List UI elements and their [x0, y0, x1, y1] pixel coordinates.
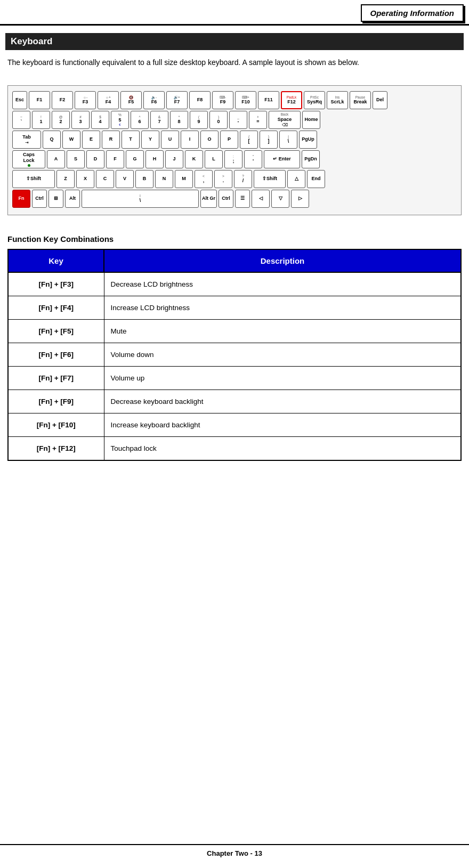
- fn-key-cell: [Fn] + [F5]: [8, 319, 104, 343]
- col-desc-header: Description: [104, 249, 461, 272]
- key-left: ◁: [252, 190, 270, 208]
- key-lshift: ⇧Shift: [12, 170, 55, 188]
- key-4: $4: [91, 111, 109, 129]
- key-esc: Esc: [12, 91, 27, 109]
- table-row: [Fn] + [F5]Mute: [8, 319, 461, 343]
- table-row: [Fn] + [F10]Increase keyboard backlight: [8, 413, 461, 436]
- key-slash: ?/: [234, 170, 252, 188]
- table-row: [Fn] + [F3]Decrease LCD brightness: [8, 272, 461, 296]
- table-row: [Fn] + [F6]Volume down: [8, 343, 461, 366]
- key-p: P: [220, 131, 238, 149]
- key-home: Home: [302, 111, 320, 129]
- fn-key-cell: [Fn] + [F10]: [8, 413, 104, 436]
- key-rshift: ⇧Shift: [254, 170, 286, 188]
- key-g: G: [126, 150, 144, 168]
- key-prtsc: PrtScSysRq: [304, 91, 325, 109]
- key-i: I: [181, 131, 199, 149]
- kb-row-6: Fn Ctrl ⊞ Alt I\ Alt Gr Ctrl ☰ ◁ ▽ ▷: [12, 190, 457, 208]
- fn-key-cell: [Fn] + [F3]: [8, 272, 104, 296]
- header: Operating Information: [0, 0, 469, 26]
- fn-key-cell: [Fn] + [F9]: [8, 390, 104, 413]
- key-enter: ↵ Enter: [264, 150, 300, 168]
- key-9: (9: [190, 111, 208, 129]
- key-l: L: [205, 150, 223, 168]
- key-v: V: [116, 170, 134, 188]
- key-comma: <,: [195, 170, 213, 188]
- key-q: Q: [43, 131, 61, 149]
- key-m: M: [175, 170, 193, 188]
- key-z: Z: [56, 170, 75, 188]
- key-s: S: [67, 150, 85, 168]
- kb-row-4: CapsLock A S D F G H J K L :; "' ↵ Enter…: [12, 150, 457, 168]
- kb-row-5: ⇧Shift Z X C V B N M <, >. ?/ ⇧Shift △ E…: [12, 170, 457, 188]
- key-win: ⊞: [48, 190, 63, 208]
- key-space: I\: [82, 190, 199, 208]
- key-3: #3: [71, 111, 90, 129]
- table-row: [Fn] + [F12]Touchpad lock: [8, 436, 461, 460]
- col-key-header: Key: [8, 249, 104, 272]
- key-period: >.: [214, 170, 232, 188]
- fn-key-cell: [Fn] + [F12]: [8, 436, 104, 460]
- fn-desc-cell: Increase LCD brightness: [104, 296, 461, 319]
- key-e: E: [82, 131, 100, 149]
- fn-desc-cell: Volume up: [104, 366, 461, 390]
- fn-key-cell: [Fn] + [F6]: [8, 343, 104, 366]
- key-pgdn: PgDn: [302, 150, 320, 168]
- footer-text: Chapter Two - 13: [207, 849, 262, 857]
- table-row: [Fn] + [F7]Volume up: [8, 366, 461, 390]
- key-b: B: [135, 170, 153, 188]
- fn-desc-cell: Mute: [104, 319, 461, 343]
- key-u: U: [161, 131, 179, 149]
- key-d: D: [86, 150, 104, 168]
- key-t: T: [122, 131, 140, 149]
- key-pause: PauseBreak: [350, 91, 371, 109]
- key-7: &7: [150, 111, 168, 129]
- key-tilde: ~`: [12, 111, 30, 129]
- key-f9: ⌨-F9: [212, 91, 233, 109]
- key-f6: 🔉-F6: [143, 91, 165, 109]
- fn-key-cell: [Fn] + [F4]: [8, 296, 104, 319]
- key-f8: F8: [189, 91, 211, 109]
- key-backslash: |\: [279, 131, 297, 149]
- key-x: X: [76, 170, 94, 188]
- key-semicolon: :;: [224, 150, 242, 168]
- key-n: N: [155, 170, 173, 188]
- key-0: )0: [209, 111, 228, 129]
- key-capslock: CapsLock: [12, 150, 45, 168]
- key-f10: ⌨+F10: [235, 91, 256, 109]
- key-f11: F11: [258, 91, 279, 109]
- key-equal: +=: [249, 111, 267, 129]
- key-minus: _-: [229, 111, 247, 129]
- key-scrlk: InsScrLk: [327, 91, 348, 109]
- key-r: R: [102, 131, 120, 149]
- fn-table: Key Description [Fn] + [F3]Decrease LCD …: [7, 249, 462, 461]
- section-heading: Keyboard: [5, 33, 464, 50]
- key-down: ▽: [271, 190, 289, 208]
- key-f: F: [106, 150, 124, 168]
- key-2: @2: [52, 111, 70, 129]
- key-quote: "': [244, 150, 262, 168]
- key-c: C: [96, 170, 114, 188]
- table-row: [Fn] + [F4]Increase LCD brightness: [8, 296, 461, 319]
- key-lctrl: Ctrl: [32, 190, 47, 208]
- key-f1: F1: [29, 91, 50, 109]
- key-f2: F2: [52, 91, 73, 109]
- fn-desc-cell: Increase keyboard backlight: [104, 413, 461, 436]
- keyboard-diagram: Esc F1 F2 ☼-F3 ☼+F4 🔇F5 🔉-F6 🔊+F7 F8 ⌨-F…: [7, 85, 462, 215]
- fn-desc-cell: Decrease LCD brightness: [104, 272, 461, 296]
- kb-row-1: Esc F1 F2 ☼-F3 ☼+F4 🔇F5 🔉-F6 🔊+F7 F8 ⌨-F…: [12, 91, 457, 109]
- key-up: △: [287, 170, 305, 188]
- key-y: Y: [141, 131, 159, 149]
- key-j: J: [165, 150, 183, 168]
- key-o: O: [200, 131, 219, 149]
- key-5: %5€: [111, 111, 129, 129]
- key-1: !1: [32, 111, 50, 129]
- key-6: ^6: [131, 111, 149, 129]
- key-a: A: [47, 150, 65, 168]
- key-right: ▷: [291, 190, 309, 208]
- kb-row-2: ~` !1 @2 #3 $4 %5€ ^6 &7 *8 (9 )0 _- += …: [12, 111, 457, 129]
- key-f12: PadLkF12: [281, 91, 302, 109]
- footer: Chapter Two - 13: [0, 844, 469, 857]
- key-pgup: PgUp: [299, 131, 317, 149]
- key-8: *8: [170, 111, 188, 129]
